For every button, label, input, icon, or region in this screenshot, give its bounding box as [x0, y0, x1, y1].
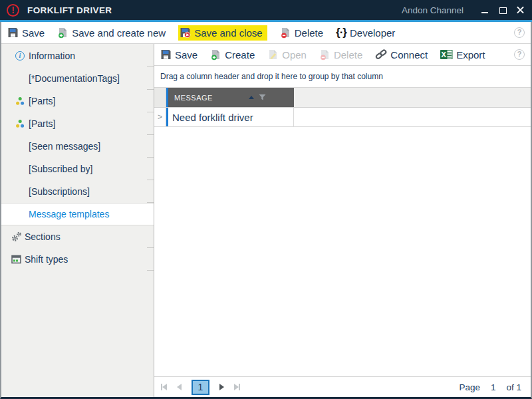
- page-status: Page 1 of 1: [459, 382, 524, 392]
- page-number: 1: [491, 382, 496, 392]
- grid-delete-button[interactable]: Delete: [319, 49, 362, 61]
- grid-header-row: MESSAGE: [154, 88, 531, 108]
- window-subtitle: Andon Channel: [402, 5, 464, 15]
- sidebar-item-label: [Parts]: [29, 118, 55, 129]
- sort-ascending-icon: [249, 96, 254, 99]
- sidebar-item-label: [Parts]: [29, 96, 55, 106]
- sidebar-item-documentationtags[interactable]: [*DocumentationTags]: [1, 67, 154, 90]
- sidebar-item-information[interactable]: i Information: [1, 45, 154, 67]
- sidebar-item-label: [*DocumentationTags]: [29, 73, 120, 84]
- grid-empty-area: [154, 127, 531, 376]
- grid-open-button[interactable]: Open: [267, 49, 307, 61]
- maximize-button[interactable]: [499, 6, 507, 15]
- sidebar-item-parts-1[interactable]: [Parts]: [1, 90, 154, 112]
- current-page-button[interactable]: 1: [192, 380, 209, 395]
- document-add-icon: [210, 49, 221, 61]
- highlight-marker: Save and close: [178, 25, 267, 41]
- next-page-button[interactable]: [219, 384, 224, 390]
- message-cell-text: Need forklift driver: [172, 112, 253, 123]
- first-page-button[interactable]: [161, 384, 167, 390]
- sidebar-item-subscribed-by[interactable]: [Subscribed by]: [1, 158, 154, 180]
- grid-open-label: Open: [282, 49, 307, 61]
- document-delete-icon: [280, 27, 291, 39]
- delete-label: Delete: [295, 27, 323, 39]
- title-bar: ! FORKLIFT DRIVER Andon Channel: [0, 0, 532, 20]
- sidebar-item-parts-2[interactable]: [Parts]: [1, 112, 154, 135]
- sidebar-item-label: [Subscribed by]: [29, 164, 93, 174]
- grid-save-button[interactable]: Save: [160, 49, 198, 61]
- row-indicator-header-cell: [154, 88, 166, 107]
- content-panel: Save Create Open: [154, 44, 531, 397]
- excel-export-icon: X: [440, 49, 453, 60]
- grid-create-label: Create: [225, 49, 255, 61]
- grid-connect-button[interactable]: Connect: [375, 49, 428, 61]
- sidebar-item-message-templates[interactable]: Message templates: [1, 203, 154, 225]
- sidebar-item-seen-messages[interactable]: [Seen messages]: [1, 135, 154, 158]
- grid-save-label: Save: [175, 49, 198, 61]
- window-title: FORKLIFT DRIVER: [27, 5, 112, 15]
- code-braces-icon: {·}: [336, 26, 346, 39]
- page-of-label: of 1: [506, 382, 521, 392]
- grid-delete-label: Delete: [334, 49, 362, 61]
- document-delete-icon: [319, 49, 331, 61]
- alert-icon: !: [7, 4, 19, 17]
- grid-create-button[interactable]: Create: [210, 49, 255, 61]
- group-by-panel[interactable]: Drag a column header and drop it here to…: [154, 66, 531, 88]
- save-and-create-new-button[interactable]: Save and create new: [57, 27, 166, 39]
- parts-icon: [15, 119, 25, 128]
- parts-icon: [15, 96, 25, 106]
- app-window: ! FORKLIFT DRIVER Andon Channel Save: [0, 0, 532, 399]
- help-icon[interactable]: ?: [514, 49, 525, 60]
- group-by-hint: Drag a column header and drop it here to…: [160, 72, 383, 81]
- table-row[interactable]: > Need forklift driver: [154, 108, 531, 127]
- save-and-close-label: Save and close: [194, 27, 263, 39]
- close-button[interactable]: [517, 6, 525, 15]
- save-icon: [7, 27, 19, 38]
- save-label: Save: [22, 27, 45, 39]
- sidebar-item-label: Sections: [25, 231, 61, 242]
- save-close-icon: [180, 27, 191, 38]
- pager-bar: 1 Page 1 of 1: [154, 376, 531, 397]
- link-icon: [375, 49, 387, 60]
- gears-icon: [11, 231, 22, 242]
- save-icon: [160, 49, 172, 60]
- sidebar-item-label: [Subscriptions]: [29, 186, 90, 197]
- help-icon[interactable]: ?: [514, 27, 525, 38]
- developer-button[interactable]: {·} Developer: [336, 26, 395, 39]
- filter-icon[interactable]: [259, 94, 266, 101]
- document-open-icon: [267, 49, 279, 61]
- table-icon: [11, 255, 21, 264]
- delete-button[interactable]: Delete: [280, 27, 323, 39]
- sidebar-item-label: Information: [29, 51, 75, 61]
- row-expand-button[interactable]: >: [154, 108, 166, 126]
- last-page-button[interactable]: [234, 384, 240, 390]
- page-label: Page: [459, 382, 480, 392]
- previous-page-button[interactable]: [177, 384, 182, 390]
- column-header-message[interactable]: MESSAGE: [168, 88, 294, 107]
- message-cell[interactable]: Need forklift driver: [168, 108, 294, 126]
- sidebar-item-sections[interactable]: Sections: [1, 225, 154, 248]
- grid-export-label: Export: [456, 49, 485, 61]
- sidebar: i Information [*DocumentationTags] [Part…: [1, 44, 154, 397]
- sidebar-item-subscriptions[interactable]: [Subscriptions]: [1, 180, 154, 203]
- column-header-label: MESSAGE: [174, 94, 213, 102]
- minimize-button[interactable]: [481, 6, 489, 15]
- sidebar-item-label: [Seen messages]: [29, 141, 100, 152]
- sidebar-item-label: Shift types: [25, 254, 68, 265]
- save-and-close-button[interactable]: Save and close: [178, 25, 267, 41]
- svg-text:X: X: [442, 51, 447, 59]
- grid-toolbar: Save Create Open: [154, 44, 531, 66]
- sidebar-item-shift-types[interactable]: Shift types: [1, 248, 154, 271]
- grid-connect-label: Connect: [390, 49, 428, 61]
- main-toolbar: Save Save and create new Save and close: [1, 22, 531, 44]
- chevron-right-icon: >: [158, 112, 162, 122]
- save-button[interactable]: Save: [7, 27, 45, 39]
- sidebar-item-label: Message templates: [29, 209, 109, 219]
- info-icon: i: [15, 51, 25, 61]
- developer-label: Developer: [350, 27, 395, 39]
- grid-export-button[interactable]: X Export: [440, 49, 485, 61]
- document-add-icon: [57, 27, 68, 39]
- save-and-create-new-label: Save and create new: [72, 27, 166, 39]
